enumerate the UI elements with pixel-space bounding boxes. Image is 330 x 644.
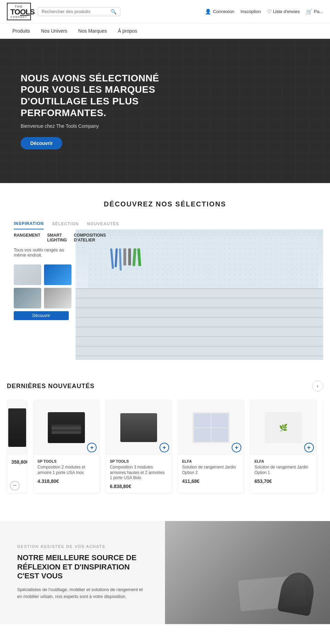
product-brand-1: SP TOOLS — [110, 459, 167, 463]
product-price-0: 4.318,80€ — [37, 478, 95, 484]
product-name-0: Composition 2 modules et armoire 1 porte… — [37, 465, 95, 476]
thumb-shelf[interactable] — [14, 264, 41, 285]
search-container: 🔍 — [38, 7, 120, 16]
tab-selection[interactable]: SÉLECTION — [52, 218, 79, 229]
product-add-btn-0[interactable]: + — [87, 443, 97, 452]
cabinets-area — [88, 292, 318, 360]
search-button[interactable]: 🔍 — [111, 9, 117, 14]
thumb-person[interactable] — [14, 288, 41, 308]
logo[interactable]: THE TOOLS COMPANY — [7, 3, 31, 20]
product-info-1: SP TOOLS Composition 3 modules armoires … — [106, 455, 172, 493]
selections-thumbnails: RANGEMENT SMART LIGHTING COMPOSITIONS D'… — [7, 229, 76, 360]
product-card-partial: 358,80€ − — [7, 400, 28, 494]
logo-tools: TOOLS — [10, 8, 28, 16]
product-img-2 — [185, 406, 238, 450]
cart-link[interactable]: 🛒 Pa... — [306, 9, 323, 15]
tab-nouveautes[interactable]: NOUVEAUTÉS — [87, 218, 119, 229]
hero-discover-button[interactable]: Découvrir — [21, 137, 62, 149]
nav-item-produits[interactable]: Produits — [7, 23, 35, 38]
product-card-4: + ELFA Solution — [322, 400, 323, 494]
sel-discover-btn[interactable]: Découvrir — [14, 311, 69, 320]
hero-section: NOUS AVONS SÉLECTIONNÉ POUR VOUS LES MAR… — [0, 39, 330, 183]
cabinet-garden-icon: 🌿 — [265, 412, 302, 443]
inspiration-image — [165, 521, 330, 624]
product-remove-partial[interactable]: − — [10, 481, 20, 490]
wishlist-label: Liste d'envies — [273, 9, 300, 14]
product-img-0 — [40, 406, 93, 450]
product-image-4: + — [323, 400, 323, 455]
login-label: Connexion — [213, 9, 234, 14]
selections-title: DÉCOUVREZ NOS SÉLECTIONS — [7, 200, 323, 208]
nouvelles-header: DERNIÈRES NOUVEAUTÉS ‹ — [7, 381, 323, 392]
tools-row — [111, 248, 141, 271]
product-info-3: ELFA Solution de rangement Jardin Option… — [250, 455, 316, 488]
product-info-2: ELFA Solution de rangement Jardin Option… — [178, 455, 244, 488]
selections-content: RANGEMENT SMART LIGHTING COMPOSITIONS D'… — [7, 229, 323, 360]
cabinet-2 — [154, 293, 236, 359]
header-actions: 👤 Connexion Inscription ♡ Liste d'envies… — [205, 9, 323, 15]
register-label: Inscription — [241, 9, 261, 14]
cabinet-3 — [238, 293, 310, 359]
product-info-partial: 358,80€ — [7, 455, 27, 469]
product-brand-3: ELFA — [254, 459, 312, 463]
prev-arrow[interactable]: ‹ — [312, 381, 323, 392]
cabinet-wood-icon — [120, 413, 157, 442]
product-image-partial — [7, 400, 27, 455]
product-image-2: + — [178, 400, 244, 455]
search-input[interactable] — [42, 9, 111, 14]
inspiration-section: GESTION ASSISTÉE DE VOS ACHATS NOTRE MEI… — [0, 504, 330, 624]
nav-item-univers[interactable]: Nos Univers — [35, 23, 73, 38]
header: THE TOOLS COMPANY 🔍 👤 Connexion Inscript… — [0, 0, 330, 23]
nouvelles-section: DERNIÈRES NOUVEAUTÉS ‹ 358,80€ − + SP TO… — [0, 360, 330, 504]
hero-content: NOUS AVONS SÉLECTIONNÉ POUR VOUS LES MAR… — [0, 59, 189, 163]
product-image-3: 🌿 + — [250, 400, 316, 455]
product-price-1: 6.838,80€ — [110, 484, 167, 489]
products-grid: 358,80€ − + SP TOOLS Composition 2 modul… — [7, 400, 323, 494]
product-brand-0: SP TOOLS — [37, 459, 95, 463]
selections-tabs: INSPIRATION SÉLECTION NOUVEAUTÉS — [7, 218, 323, 229]
product-brand-2: ELFA — [182, 459, 240, 463]
inspiration-tag: GESTION ASSISTÉE DE VOS ACHATS — [17, 544, 148, 549]
thumb-row-2 — [14, 288, 69, 308]
nav-item-marques[interactable]: Nos Marques — [73, 23, 112, 38]
logo-company: COMPANY — [10, 16, 28, 18]
inspiration-desc: Spécialistes de l'outillage, mobilier et… — [17, 586, 148, 601]
product-card-1: + SP TOOLS Composition 3 modules armoire… — [105, 400, 172, 494]
cart-icon: 🛒 — [306, 9, 312, 15]
nav-item-apropos[interactable]: À propos — [112, 23, 143, 38]
wishlist-link[interactable]: ♡ Liste d'envies — [267, 9, 300, 15]
product-price-3: 653,70€ — [254, 478, 312, 484]
workshop-background — [76, 229, 323, 360]
main-nav: Produits Nos Univers Nos Marques À propo… — [0, 23, 330, 39]
tab-inspiration[interactable]: INSPIRATION — [14, 218, 44, 229]
thumb-row-1 — [14, 264, 69, 285]
sel-description: Tous vos outils rangés au même endroit. — [14, 247, 69, 258]
cabinet-black-icon — [48, 412, 85, 443]
register-link[interactable]: Inscription — [241, 9, 261, 14]
product-img-1 — [112, 406, 165, 450]
pegboard-area — [88, 236, 318, 298]
product-name-1: Composition 3 modules armoires hautes et… — [110, 465, 167, 481]
product-name-2: Solution de rangement Jardin Option 2 — [182, 465, 240, 476]
product-info-4: ELFA Solution — [323, 455, 323, 483]
product-add-btn-2[interactable]: + — [232, 443, 241, 452]
hero-subtitle: Bienvenue chez The Tools Company — [21, 123, 168, 129]
product-price-partial: 358,80€ — [11, 459, 23, 465]
product-img-3: 🌿 — [257, 406, 310, 450]
product-add-btn-1[interactable]: + — [160, 443, 169, 452]
selections-section: DÉCOUVREZ NOS SÉLECTIONS INSPIRATION SÉL… — [0, 183, 330, 360]
cat-label-rangement: RANGEMENT — [14, 233, 40, 242]
cart-label: Pa... — [314, 9, 323, 14]
hero-title: NOUS AVONS SÉLECTIONNÉ POUR VOUS LES MAR… — [21, 72, 168, 118]
product-price-2: 411,68€ — [182, 478, 240, 484]
thumb-blue-car[interactable] — [44, 264, 72, 285]
product-add-btn-3[interactable]: + — [304, 443, 314, 452]
thumb-workshop[interactable] — [44, 288, 72, 308]
product-card-3: 🌿 + ELFA Solution de rangement Jardin Op… — [250, 400, 317, 494]
login-link[interactable]: 👤 Connexion — [205, 9, 234, 15]
cat-label-lighting: SMART LIGHTING — [47, 233, 67, 242]
category-labels: RANGEMENT SMART LIGHTING COMPOSITIONS D'… — [14, 233, 69, 242]
inspiration-text: GESTION ASSISTÉE DE VOS ACHATS NOTRE MEI… — [0, 521, 165, 624]
selections-main-image — [76, 229, 323, 360]
product-image-0: + — [33, 400, 99, 455]
